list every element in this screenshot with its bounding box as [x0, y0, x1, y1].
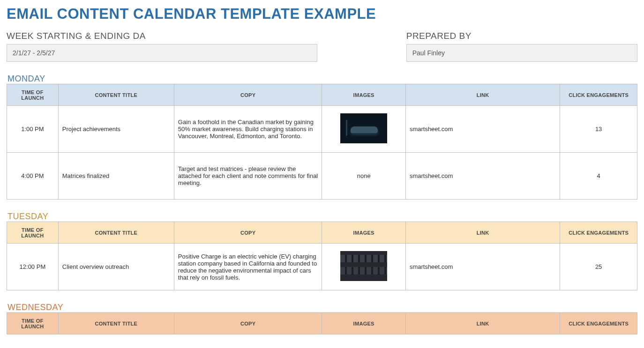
col-header-copy: COPY: [174, 222, 322, 244]
day-label-tuesday: TUESDAY: [7, 210, 637, 222]
car-thumbnail: [340, 113, 387, 143]
cell-title: Matrices finalized: [58, 153, 174, 200]
cell-copy: Target and test matrices - please review…: [174, 153, 322, 200]
col-header-title: CONTENT TITLE: [58, 313, 174, 334]
col-header-images: IMAGES: [322, 313, 405, 334]
col-header-link: LINK: [405, 222, 560, 244]
cell-clicks: 13: [560, 106, 637, 153]
table-row: 4:00 PMMatrices finalizedTarget and test…: [7, 153, 637, 200]
week-input[interactable]: [7, 44, 317, 62]
cell-time: 1:00 PM: [7, 106, 59, 153]
week-label: WEEK STARTING & ENDING DA: [7, 31, 171, 41]
table-row: 1:00 PMProject achievementsGain a footho…: [7, 106, 637, 153]
day-monday: MONDAYTIME OF LAUNCHCONTENT TITLECOPYIMA…: [7, 72, 637, 200]
page-title: EMAIL CONTENT CALENDAR TEMPLATE EXAMPLE: [7, 6, 637, 22]
day-label-wednesday: WEDNESDAY: [7, 301, 637, 312]
cell-title: Project achievements: [58, 106, 174, 153]
col-header-time: TIME OF LAUNCH: [7, 313, 59, 334]
cell-link[interactable]: smartsheet.com: [405, 106, 560, 153]
cell-images: [322, 244, 405, 290]
day-label-monday: MONDAY: [7, 72, 637, 84]
cell-time: 4:00 PM: [7, 153, 59, 200]
col-header-link: LINK: [405, 84, 560, 106]
col-header-link: LINK: [405, 313, 560, 334]
cell-time: 12:00 PM: [7, 244, 59, 290]
cell-clicks: 25: [560, 244, 637, 290]
traffic-thumbnail: [340, 251, 387, 281]
col-header-clicks: CLICK ENGAGEMENTS: [560, 84, 637, 106]
cell-link[interactable]: smartsheet.com: [405, 244, 560, 290]
prepared-input[interactable]: [406, 44, 637, 62]
cell-copy: Positive Charge is an electric vehicle (…: [174, 244, 322, 290]
col-header-copy: COPY: [174, 313, 322, 334]
table-tuesday: TIME OF LAUNCHCONTENT TITLECOPYIMAGESLIN…: [7, 222, 637, 290]
cell-link[interactable]: smartsheet.com: [405, 153, 560, 200]
col-header-images: IMAGES: [322, 222, 405, 244]
col-header-title: CONTENT TITLE: [58, 84, 174, 106]
col-header-copy: COPY: [174, 84, 322, 106]
cell-title: Client overview outreach: [58, 244, 174, 290]
table-monday: TIME OF LAUNCHCONTENT TITLECOPYIMAGESLIN…: [7, 84, 637, 200]
col-header-clicks: CLICK ENGAGEMENTS: [560, 313, 637, 334]
cell-copy: Gain a foothold in the Canadian market b…: [174, 106, 322, 153]
meta-row: WEEK STARTING & ENDING DA PREPARED BY: [7, 31, 637, 62]
week-block: WEEK STARTING & ENDING DA: [7, 31, 317, 62]
col-header-images: IMAGES: [322, 84, 405, 106]
prepared-block: PREPARED BY: [406, 31, 637, 62]
day-tuesday: TUESDAYTIME OF LAUNCHCONTENT TITLECOPYIM…: [7, 210, 637, 290]
table-wednesday: TIME OF LAUNCHCONTENT TITLECOPYIMAGESLIN…: [7, 312, 637, 334]
prepared-label: PREPARED BY: [406, 31, 637, 41]
cell-images: [322, 106, 405, 153]
col-header-clicks: CLICK ENGAGEMENTS: [560, 222, 637, 244]
day-wednesday: WEDNESDAYTIME OF LAUNCHCONTENT TITLECOPY…: [7, 301, 637, 334]
cell-images: none: [322, 153, 405, 200]
cell-clicks: 4: [560, 153, 637, 200]
col-header-time: TIME OF LAUNCH: [7, 222, 59, 244]
col-header-time: TIME OF LAUNCH: [7, 84, 59, 106]
col-header-title: CONTENT TITLE: [58, 222, 174, 244]
table-row: 12:00 PMClient overview outreachPositive…: [7, 244, 637, 290]
